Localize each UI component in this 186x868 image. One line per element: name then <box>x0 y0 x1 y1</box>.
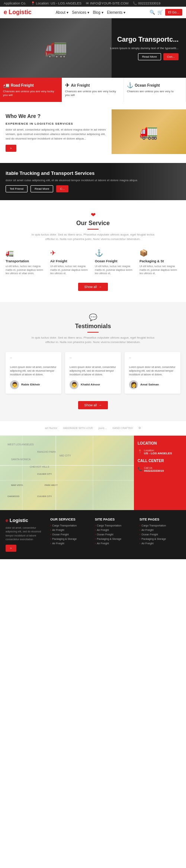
packaging-title: Packaging & St <box>140 259 180 263</box>
trucking-text: dolor sit amet culas adipiscing elit, et… <box>6 178 180 182</box>
brand-2: HANDMADE WITH LOVE <box>63 427 93 429</box>
logo: e Logistic <box>4 9 32 16</box>
trucking-actions: Tell Friend Read More C... <box>6 185 180 192</box>
footer-site2-link-3[interactable]: Ocean Freight <box>140 533 180 536</box>
nav-elements[interactable]: Elements ▾ <box>107 10 125 15</box>
services-grid: 🚛 Transportation ut elit tellus, luctus … <box>6 249 180 275</box>
testimonial-card-2: " Lorem ipsum dolor sit amet, consectetu… <box>65 352 121 393</box>
brand-1: art fluctor <box>45 426 57 430</box>
cta-button[interactable]: El Go... <box>165 9 182 16</box>
footer-site-link-3[interactable]: Ocean Freight <box>95 533 136 536</box>
footer-sitepages-col-2: SITE PAGES Cargo Transportation Air Frei… <box>140 518 180 552</box>
transportation-icon: 🚛 <box>6 249 46 257</box>
service-box-road: 🚛 Road Freight Chances are unless you ar… <box>0 78 62 102</box>
read-more-button[interactable]: Read More <box>31 185 54 192</box>
quote-icon-1: " <box>10 356 57 363</box>
service-card-air: ✈ Air Freight Ut elit tellus, luctus nec… <box>50 249 91 275</box>
arrow-right-icon-testimonials: → <box>99 403 102 407</box>
show-all-services-button[interactable]: Show all → <box>78 283 108 291</box>
ocean-text: Ut elit tellus, luctus nec magna mattis … <box>95 265 136 275</box>
who-we-are-text: dolor sit amet, consectetur adipiscing e… <box>6 128 106 141</box>
testimonial-author-2: 👨 Khalid Alnoor <box>70 380 116 389</box>
trucking-cta-button[interactable]: C... <box>56 185 68 192</box>
trucking-content: itable Trucking and Transport Services d… <box>6 170 180 192</box>
avatar-3: 👩 <box>129 380 138 389</box>
testimonials-section: 💬 Testimonials In quis luctus dolor. Sed… <box>0 302 186 420</box>
footer-brand-col: e Logistic dolor sit amet, consectetur a… <box>6 518 46 552</box>
service-box-ocean: ⚓ Ocean Freight Chances are unless you a… <box>124 78 186 102</box>
show-all-testimonials-button[interactable]: Show all → <box>78 401 108 409</box>
app-label: Application Co. <box>4 1 26 5</box>
nav-about[interactable]: About ▾ <box>56 10 68 15</box>
nav-blog[interactable]: Blog ▾ <box>93 10 103 15</box>
footer-site-link-1[interactable]: Cargo Transportation <box>95 524 136 527</box>
service-box-road-title: 🚛 Road Freight <box>3 82 59 88</box>
brand-4: HAND CRAFTED <box>112 427 133 429</box>
footer-site-link-4[interactable]: Packaging & Storage <box>95 538 136 540</box>
our-service-divider <box>87 229 99 230</box>
map-location-item: 📍 Location: US - LOS ANGELES <box>138 449 182 455</box>
location-value: US - LOS ANGELES <box>51 1 81 5</box>
testimonials-subtitle: In quis luctus dolor. Sed ac libero arcu… <box>28 336 158 345</box>
ocean-icon: ⚓ <box>95 249 136 257</box>
footer-link-packaging[interactable]: Packaging & Storage <box>50 538 91 540</box>
hero-content: Cargo Transportc... Lorem Ipsum is simpl… <box>110 36 179 60</box>
transportation-title: Transportation <box>6 259 46 263</box>
road-freight-icon: 🚛 <box>3 82 9 88</box>
quote-icon-2: " <box>70 356 116 363</box>
our-service-title: Our Service <box>6 220 180 227</box>
footer-site-link-5[interactable]: Air Freight <box>95 542 136 545</box>
trucking-section: itable Trucking and Transport Services d… <box>0 163 186 200</box>
footer-site2-link-1[interactable]: Cargo Transportation <box>140 524 180 527</box>
footer-site-link-2[interactable]: Air Freight <box>95 529 136 531</box>
our-service-section: ❤ Our Service In quis luctus dolor. Sed … <box>0 200 186 302</box>
testimonial-text-1: Lorem ipsum dolor sit amet, consectetur … <box>10 365 57 376</box>
footer-btn[interactable]: > <box>6 545 16 552</box>
testimonial-text-3: Lorem ipsum dolor sit amet, consectetur … <box>129 365 176 376</box>
who-we-are-button[interactable]: > <box>6 145 16 152</box>
footer-sitepages-col-1: SITE PAGES Cargo Transportation Air Frei… <box>95 518 136 552</box>
footer-link-cargo-transport[interactable]: Cargo Transportation <box>50 524 91 527</box>
header: e Logistic About ▾ Services ▾ Blog ▾ Ele… <box>0 7 186 18</box>
main-nav: About ▾ Services ▾ Blog ▾ Elements ▾ <box>56 10 125 15</box>
testimonials-icon: 💬 <box>6 313 180 321</box>
email-icon: ✉ <box>86 1 89 5</box>
phone-icon: 📞 <box>133 1 137 5</box>
footer-brand-text: dolor sit amet, consectetur adipiscing e… <box>6 526 46 542</box>
footer-site2-link-5[interactable]: Air Freight <box>140 542 180 545</box>
hero-contact-button[interactable]: Con... <box>163 53 179 60</box>
service-box-air-title: ✈ Air Freight <box>65 82 121 88</box>
top-bar-app: Application Co. <box>4 1 26 5</box>
who-we-are-section: Who We Are ? experience in Logistics ser… <box>0 102 186 163</box>
service-box-air-text: Chances are unless you are very lucky yo… <box>65 90 121 97</box>
testimonials-divider <box>87 332 99 333</box>
footer-sitepages-title-2: SITE PAGES <box>140 518 180 521</box>
footer-link-air-freight-2[interactable]: Air Freight <box>50 542 91 545</box>
footer-link-air-freight[interactable]: Air Freight <box>50 529 91 531</box>
top-bar-phone: 📞 002222333019 <box>133 1 160 5</box>
ocean-title: Ocean Freight <box>95 259 136 263</box>
hero-buttons: Read More Con... <box>110 53 179 60</box>
service-boxes: 🚛 Road Freight Chances are unless you ar… <box>0 78 186 102</box>
nav-services[interactable]: Services ▾ <box>72 10 89 15</box>
search-icon[interactable]: 🔍 <box>150 10 155 15</box>
testimonial-text-2: Lorem ipsum dolor sit amet, consectetur … <box>70 365 116 376</box>
footer-site2-link-4[interactable]: Packaging & Storage <box>140 538 180 540</box>
who-we-are-content: Who We Are ? experience in Logistics ser… <box>0 109 112 156</box>
packaging-text: Ut elit tellus, luctus nec magna mattis … <box>140 265 180 275</box>
testimonial-card-3: " Lorem ipsum dolor sit amet, consectetu… <box>125 352 180 393</box>
footer-link-ocean-freight[interactable]: Ocean Freight <box>50 533 91 536</box>
hero-title: Cargo Transportc... <box>110 36 179 44</box>
map-info-box: LOCATION 📍 Location: US - LOS ANGELES CA… <box>134 436 186 510</box>
hero-read-more-button[interactable]: Read More <box>138 53 161 60</box>
location-label: Location: <box>36 1 50 5</box>
phone-value: 002222333019 <box>138 1 160 5</box>
footer-site2-link-2[interactable]: Air Freight <box>140 529 180 531</box>
logo-text: Logistic <box>7 9 32 15</box>
avatar-1: 👨 <box>10 380 19 389</box>
testimonials-title: Testimonials <box>6 323 180 330</box>
tell-friend-button[interactable]: Tell Friend <box>6 185 28 192</box>
cart-icon[interactable]: 🛒 <box>157 10 163 15</box>
hero-truck-image <box>0 18 112 78</box>
map-pin-icon: 📍 <box>138 449 142 454</box>
